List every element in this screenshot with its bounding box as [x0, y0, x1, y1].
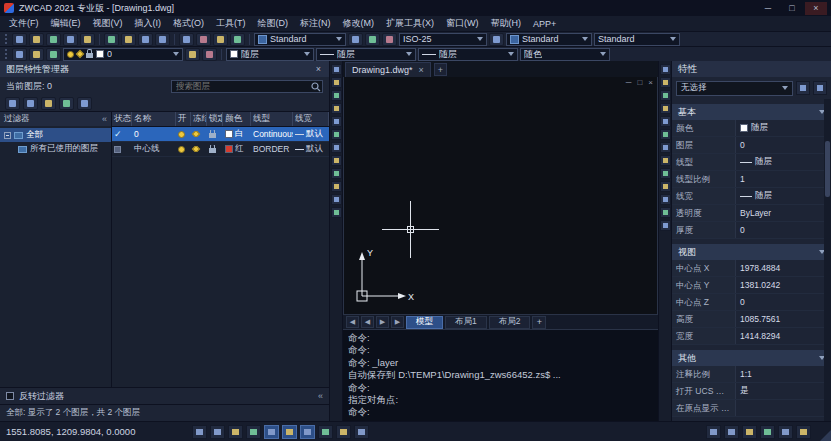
point-icon[interactable] [331, 181, 342, 192]
layer-manager-icon[interactable] [12, 48, 27, 61]
stretch-icon[interactable] [660, 168, 671, 179]
table-style-dropdown[interactable]: Standard [506, 33, 592, 46]
layer-lineweight[interactable]: 默认 [306, 128, 323, 140]
section-basic-header[interactable]: 基本 [672, 104, 831, 120]
col-on[interactable]: 开 [176, 112, 191, 126]
toolbar-grip[interactable] [5, 34, 8, 44]
plot-style-dropdown[interactable]: 随色 [520, 48, 610, 61]
col-status[interactable]: 状态 [112, 112, 132, 126]
layer-lineweight[interactable]: 默认 [306, 143, 323, 155]
tab-close-icon[interactable]: × [419, 65, 424, 75]
layer-freeze-toggle-icon[interactable] [192, 131, 200, 137]
match-properties-icon[interactable] [155, 33, 170, 46]
menu-format[interactable]: 格式(O) [167, 17, 210, 30]
last-tab-button[interactable]: ▶ [391, 316, 404, 328]
layer-row-1[interactable]: 中心线 红 BORDER 默认 [112, 142, 329, 157]
document-tab[interactable]: Drawing1.dwg* × [345, 62, 431, 77]
next-tab-button[interactable]: ▶ [376, 316, 389, 328]
mleader-style-dropdown[interactable]: Standard [594, 33, 680, 46]
layer-linetype[interactable]: BORDER [251, 144, 293, 154]
menu-view[interactable]: 视图(V) [87, 17, 129, 30]
menu-modify[interactable]: 修改(M) [337, 17, 381, 30]
section-misc-header[interactable]: 其他 [672, 350, 831, 366]
tab-layout2[interactable]: 布局2 [489, 316, 531, 329]
otrack-toggle[interactable] [282, 425, 297, 439]
annotation-visibility-icon[interactable] [742, 425, 757, 439]
menu-dimension[interactable]: 标注(N) [294, 17, 337, 30]
hatch-icon[interactable] [331, 142, 342, 153]
new-layer-icon[interactable] [41, 97, 56, 110]
prop-value[interactable]: 1085.7561 [736, 311, 831, 327]
extend-icon[interactable] [660, 194, 671, 205]
trim-icon[interactable] [660, 181, 671, 192]
aligned-dim-icon[interactable] [365, 33, 380, 46]
dynamic-input-toggle[interactable] [300, 425, 315, 439]
quick-select-icon[interactable] [796, 81, 810, 95]
child-minimize-icon[interactable]: ─ [626, 78, 632, 87]
layer-dropdown[interactable]: 0 [63, 48, 183, 61]
col-name[interactable]: 名称 [132, 112, 176, 126]
tree-expander-icon[interactable] [4, 132, 11, 139]
new-file-icon[interactable] [12, 33, 27, 46]
rectangle-icon[interactable] [331, 116, 342, 127]
line-icon[interactable] [331, 64, 342, 75]
menu-express-tools[interactable]: 扩展工具(X) [380, 17, 440, 30]
fillet-icon[interactable] [660, 207, 671, 218]
polygon-icon[interactable] [331, 129, 342, 140]
scale-icon[interactable] [660, 155, 671, 166]
cut-icon[interactable] [104, 33, 119, 46]
drawing-canvas[interactable]: ─ □ × Y X [343, 77, 658, 314]
snap-toggle[interactable] [192, 425, 207, 439]
scrollbar-thumb[interactable] [825, 141, 830, 197]
prop-value[interactable]: 随层 [736, 120, 831, 136]
polar-toggle[interactable] [246, 425, 261, 439]
move-icon[interactable] [660, 129, 671, 140]
dimension-icon[interactable] [331, 207, 342, 218]
prop-value[interactable]: 随层 [736, 154, 831, 170]
new-group-filter-icon[interactable] [23, 97, 38, 110]
print-preview-icon[interactable] [80, 33, 95, 46]
menu-help[interactable]: 帮助(H) [485, 17, 528, 30]
pickadd-toggle-icon[interactable] [813, 81, 827, 95]
selection-cycling-toggle[interactable] [354, 425, 369, 439]
layer-color-swatch[interactable] [225, 145, 233, 153]
minimize-button[interactable]: ─ [757, 2, 779, 15]
save-icon[interactable] [46, 33, 61, 46]
explode-icon[interactable] [660, 220, 671, 231]
filter-tree-item-used-layers[interactable]: 所有已使用的图层 [0, 142, 111, 156]
command-window[interactable]: 命令: 命令: 命令: _layer 自动保存到 D:\TEMP1\Drawin… [343, 329, 658, 421]
paste-icon[interactable] [138, 33, 153, 46]
layer-states-icon[interactable] [29, 48, 44, 61]
redo-icon[interactable] [196, 33, 211, 46]
ortho-toggle[interactable] [228, 425, 243, 439]
col-freeze[interactable]: 冻结 [191, 112, 207, 126]
layer-previous-icon[interactable] [202, 48, 217, 61]
erase-icon[interactable] [660, 64, 671, 75]
spline-icon[interactable] [331, 168, 342, 179]
annotation-scale-icon[interactable] [724, 425, 739, 439]
layer-isolate-icon[interactable] [46, 48, 61, 61]
rotate-icon[interactable] [660, 142, 671, 153]
osnap-toggle[interactable] [264, 425, 279, 439]
child-restore-icon[interactable]: □ [637, 78, 642, 87]
set-current-layer-icon[interactable] [77, 97, 92, 110]
prop-value[interactable]: 1 [736, 171, 831, 187]
collapse-filters-button[interactable]: « [102, 114, 107, 124]
arc-icon[interactable] [331, 103, 342, 114]
new-drawing-tab-button[interactable]: + [434, 63, 447, 76]
new-property-filter-icon[interactable] [5, 97, 20, 110]
lineweight-toggle[interactable] [318, 425, 333, 439]
command-prompt[interactable]: 命令: [348, 406, 653, 418]
zoom-realtime-icon[interactable] [230, 33, 245, 46]
add-layout-button[interactable]: + [532, 316, 546, 329]
prop-value[interactable]: 1978.4884 [736, 260, 831, 276]
col-lock[interactable]: 锁定 [207, 112, 223, 126]
open-file-icon[interactable] [29, 33, 44, 46]
offset-icon[interactable] [660, 103, 671, 114]
col-linetype[interactable]: 线型 [251, 112, 293, 126]
print-icon[interactable] [63, 33, 78, 46]
table-icon[interactable] [489, 33, 504, 46]
workspace-icon[interactable] [760, 425, 775, 439]
layer-row-0[interactable]: ✓ 0 白 Continuous 默认 [112, 127, 329, 142]
make-object-layer-current-icon[interactable] [185, 48, 200, 61]
